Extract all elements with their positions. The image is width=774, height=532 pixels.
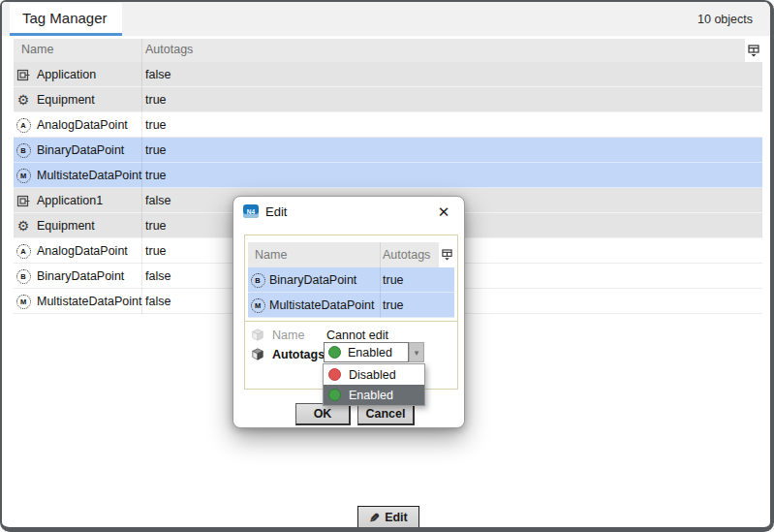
row-name: BinaryDataPoint xyxy=(269,273,356,287)
equipment-icon: ⚙ xyxy=(15,92,31,108)
multistate-point-icon: M xyxy=(16,295,31,309)
dropdown-option-enabled[interactable]: Enabled xyxy=(324,385,424,405)
column-header-name[interactable]: Name xyxy=(21,43,53,56)
enabled-status-dot xyxy=(328,346,341,359)
pencil-icon: ✎ xyxy=(369,511,380,525)
column-header-autotags[interactable]: Autotags xyxy=(145,43,193,56)
row-autotags: false xyxy=(145,68,170,81)
combobox-selected-label: Enabled xyxy=(348,346,392,360)
row-name: AnalogDataPoint xyxy=(37,244,128,258)
table-row-selected[interactable]: M MultistateDataPoint true xyxy=(14,163,762,188)
row-autotags: true xyxy=(383,298,404,312)
dialog-titlebar[interactable]: N4 Edit ✕ xyxy=(233,197,464,228)
table-row[interactable]: ⚙ Equipment true xyxy=(14,87,762,112)
dropdown-option-disabled[interactable]: Disabled xyxy=(324,364,424,385)
row-autotags: true xyxy=(383,273,404,287)
dialog-table-body: B BinaryDataPoint true M MultistateDataP… xyxy=(248,267,454,318)
table-row[interactable]: A AnalogDataPoint true xyxy=(14,112,762,138)
dropdown-option-label: Enabled xyxy=(349,389,393,402)
row-autotags: false xyxy=(145,295,170,308)
row-autotags: false xyxy=(145,269,170,283)
component-icon-disabled xyxy=(251,328,264,341)
edit-button-label: Edit xyxy=(385,511,408,524)
row-autotags: true xyxy=(145,244,167,258)
component-icon xyxy=(251,347,264,360)
dialog-title: Edit xyxy=(265,204,287,219)
row-autotags: true xyxy=(145,93,167,107)
table-header: Name Autotags xyxy=(14,39,745,62)
column-header-name[interactable]: Name xyxy=(255,248,287,262)
table-row-selected[interactable]: M MultistateDataPoint true xyxy=(248,293,454,318)
tag-manager-window: Tag Manager 10 objects Name Autotags App… xyxy=(0,0,774,532)
table-row-selected[interactable]: B BinaryDataPoint true xyxy=(248,267,454,293)
name-field-value: Cannot edit xyxy=(326,329,388,342)
tab-label: Tag Manager xyxy=(22,10,108,26)
name-field-label: Name xyxy=(272,329,304,342)
row-name: BinaryDataPoint xyxy=(37,143,124,157)
application-icon xyxy=(15,193,31,208)
binary-point-icon: B xyxy=(16,269,31,284)
tab-tag-manager[interactable]: Tag Manager xyxy=(10,3,122,36)
column-divider xyxy=(380,242,381,318)
enabled-status-dot xyxy=(328,389,341,401)
panel-separator xyxy=(245,321,457,322)
row-name: BinaryDataPoint xyxy=(37,269,124,283)
row-autotags: true xyxy=(145,169,167,182)
row-autotags: true xyxy=(145,118,167,132)
binary-point-icon: B xyxy=(251,273,265,288)
dialog-table-header: Name Autotags xyxy=(248,242,439,267)
row-autotags: false xyxy=(145,194,170,207)
combobox-value[interactable]: Enabled xyxy=(324,342,409,362)
objects-count: 10 objects xyxy=(697,2,753,36)
row-name: Application1 xyxy=(37,194,103,207)
chevron-down-icon[interactable]: ▾ xyxy=(409,342,424,362)
edit-button[interactable]: ✎ Edit xyxy=(357,506,419,529)
row-autotags: true xyxy=(145,219,167,233)
app-logo-icon: N4 xyxy=(243,204,259,218)
multistate-point-icon: M xyxy=(16,169,31,183)
autotags-combobox[interactable]: Enabled ▾ xyxy=(324,342,424,362)
row-name: AnalogDataPoint xyxy=(37,118,128,132)
column-chooser-icon[interactable] xyxy=(439,242,454,267)
equipment-icon: ⚙ xyxy=(15,218,31,234)
row-autotags: true xyxy=(145,143,167,157)
tab-bar: Tag Manager 10 objects xyxy=(2,2,770,36)
row-name: Equipment xyxy=(37,93,95,107)
analog-point-icon: A xyxy=(16,118,31,133)
table-row[interactable]: Application false xyxy=(14,62,762,87)
close-icon[interactable]: ✕ xyxy=(434,203,453,222)
disabled-status-dot xyxy=(328,368,341,381)
autotags-field-label: Autotags xyxy=(272,348,325,361)
dropdown-option-label: Disabled xyxy=(349,368,396,382)
row-name: MultistateDataPoint xyxy=(269,298,374,312)
column-header-autotags[interactable]: Autotags xyxy=(383,248,430,262)
row-name: MultistateDataPoint xyxy=(37,295,141,308)
column-divider xyxy=(141,39,142,314)
binary-point-icon: B xyxy=(16,143,31,158)
application-icon xyxy=(15,67,31,82)
row-name: Equipment xyxy=(37,219,95,233)
analog-point-icon: A xyxy=(16,244,31,259)
row-name: MultistateDataPoint xyxy=(37,169,141,182)
row-name: Application xyxy=(37,68,96,81)
edit-dialog: N4 Edit ✕ Name Autotags B BinaryDa xyxy=(232,196,465,428)
cancel-button[interactable]: Cancel xyxy=(357,403,415,425)
multistate-point-icon: M xyxy=(251,298,265,313)
ok-button[interactable]: OK xyxy=(295,403,351,425)
autotags-dropdown-list: Disabled Enabled xyxy=(323,363,425,406)
column-chooser-icon[interactable] xyxy=(745,39,762,62)
table-row-selected[interactable]: B BinaryDataPoint true xyxy=(14,138,762,163)
